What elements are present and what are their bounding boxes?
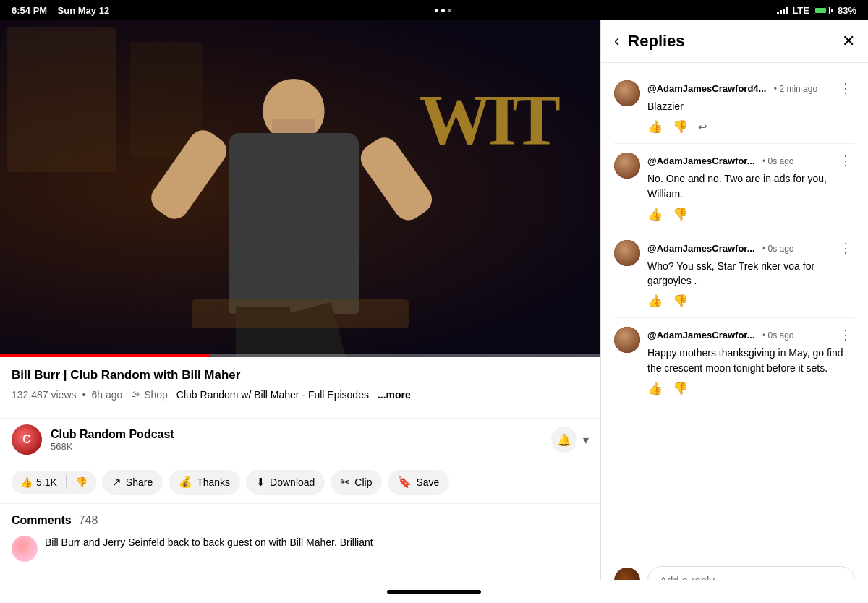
reply-author-1[interactable]: @AdamJamesCrawford4... (647, 83, 766, 94)
status-right: LTE 83% (777, 5, 856, 16)
share-label: Share (126, 476, 153, 488)
channel-playlist[interactable]: Club Random w/ Bill Maher - Full Episode… (176, 389, 369, 401)
clip-label: Clip (354, 476, 372, 488)
battery-icon (814, 7, 833, 14)
reply-actions-1: 👍 👎 ↩ (647, 119, 855, 134)
status-bar: 6:54 PM Sun May 12 LTE 83% (0, 0, 868, 20)
thanks-button[interactable]: 💰 Thanks (169, 470, 240, 495)
reply-author-2[interactable]: @AdamJamesCrawfor... (647, 155, 755, 166)
replies-back-button[interactable]: ‹ (614, 32, 619, 51)
commenter-avatar (12, 536, 38, 562)
reply-actions-3: 👍 👎 (647, 294, 855, 309)
share-button[interactable]: ↗ Share (102, 470, 163, 495)
reply-body-2: @AdamJamesCrawfor... • 0s ago ⋮ No. One … (647, 153, 855, 222)
reply-time-4: • 0s ago (762, 330, 794, 341)
reply-reply-button-1[interactable]: ↩ (698, 121, 707, 134)
clip-button[interactable]: ✂ Clip (331, 470, 382, 495)
more-link[interactable]: ...more (378, 389, 411, 401)
reply-dislike-button-3[interactable]: 👎 (673, 294, 688, 309)
replies-title: Replies (628, 32, 842, 51)
replies-panel: ‹ Replies ✕ @AdamJamesCrawford4... • 2 m… (600, 20, 868, 603)
reply-divider-1 (614, 143, 855, 144)
reply-more-button-4[interactable]: ⋮ (836, 327, 855, 343)
video-progress-fill (0, 354, 210, 357)
download-button[interactable]: ⬇ Download (246, 470, 325, 495)
reply-more-button-1[interactable]: ⋮ (836, 80, 855, 96)
like-button[interactable]: 👍 5.1K (12, 471, 66, 494)
status-center (435, 9, 451, 12)
like-count: 5.1K (36, 476, 57, 488)
reply-like-button-4[interactable]: 👍 (647, 381, 663, 396)
video-player[interactable]: WIT (0, 20, 600, 357)
download-label: Download (270, 476, 315, 488)
reply-avatar-2 (614, 153, 640, 179)
dot-3 (448, 9, 451, 12)
reply-time-2: • 0s ago (762, 156, 794, 166)
status-time: 6:54 PM Sun May 12 (12, 5, 109, 16)
comments-title: Comments (12, 514, 72, 527)
comment-text: Bill Burr and Jerry Seinfeld back to bac… (45, 536, 373, 562)
thanks-icon: 💰 (179, 476, 192, 489)
channel-row: C Club Random Podcast 568K 🔔 ▾ (0, 418, 600, 461)
background-text: WIT (419, 78, 557, 161)
reply-item-2: @AdamJamesCrawfor... • 0s ago ⋮ No. One … (601, 145, 868, 229)
reply-item: @AdamJamesCrawford4... • 2 min ago ⋮ Bla… (601, 73, 868, 142)
reply-more-button-3[interactable]: ⋮ (836, 240, 855, 256)
reply-item-4: @AdamJamesCrawfor... • 0s ago ⋮ Happy mo… (601, 320, 868, 403)
reply-divider-2 (614, 231, 855, 231)
reply-body-3: @AdamJamesCrawfor... • 0s ago ⋮ Who? You… (647, 240, 855, 309)
replies-header: ‹ Replies ✕ (601, 20, 868, 63)
reply-actions-2: 👍 👎 (647, 207, 855, 222)
reply-like-button-1[interactable]: 👍 (647, 119, 663, 134)
battery-percent: 83% (838, 5, 856, 16)
youtube-panel: WIT (0, 20, 600, 603)
shop-label: Shop (144, 389, 168, 401)
reply-text-3: Who? You ssk, Star Trek riker voa for ga… (647, 259, 855, 288)
reply-dislike-button-4[interactable]: 👎 (673, 381, 688, 396)
replies-close-button[interactable]: ✕ (842, 32, 855, 51)
clip-icon: ✂ (341, 476, 350, 489)
reply-author-3[interactable]: @AdamJamesCrawfor... (647, 243, 755, 254)
signal-icon (777, 6, 788, 14)
reply-dislike-button-2[interactable]: 👎 (673, 207, 688, 222)
save-button[interactable]: 🔖 Save (388, 470, 449, 495)
reply-more-button-2[interactable]: ⋮ (836, 153, 855, 168)
comments-section: Comments 748 Bill Burr and Jerry Seinfel… (0, 503, 600, 572)
action-row: 👍 5.1K 👎 ↗ Share 💰 Thanks ⬇ Download (0, 461, 600, 503)
save-icon: 🔖 (398, 476, 412, 489)
video-title: Bill Burr | Club Random with Bill Maher (12, 367, 589, 383)
reply-author-4[interactable]: @AdamJamesCrawfor... (647, 330, 755, 341)
channel-avatar[interactable]: C (12, 424, 42, 455)
reply-dislike-button-1[interactable]: 👎 (673, 119, 688, 134)
comments-header: Comments 748 (12, 514, 589, 527)
reply-actions-4: 👍 👎 (647, 381, 855, 396)
dot-2 (441, 9, 445, 12)
bottom-bar (0, 580, 868, 603)
channel-name[interactable]: Club Random Podcast (51, 428, 174, 441)
reply-meta-3: @AdamJamesCrawfor... • 0s ago ⋮ (647, 240, 855, 256)
reply-like-button-2[interactable]: 👍 (647, 207, 663, 222)
video-info: Bill Burr | Club Random with Bill Maher … (0, 357, 600, 418)
reply-text-4: Happy mothers thanksgiving in May, go fi… (647, 346, 855, 375)
save-label: Save (416, 476, 439, 488)
channel-left: C Club Random Podcast 568K (12, 424, 174, 455)
view-count: 132,487 views (12, 389, 77, 401)
dot-1 (435, 9, 438, 12)
video-background: WIT (0, 20, 600, 357)
notification-bell-button[interactable]: 🔔 (551, 427, 577, 453)
like-dislike-group: 👍 5.1K 👎 (12, 471, 96, 494)
channel-right: 🔔 ▾ (551, 427, 589, 453)
reply-like-button-3[interactable]: 👍 (647, 294, 663, 309)
chevron-down-icon[interactable]: ▾ (583, 433, 589, 447)
reply-avatar-3 (614, 240, 640, 266)
reply-meta-4: @AdamJamesCrawfor... • 0s ago ⋮ (647, 327, 855, 343)
share-icon: ↗ (112, 476, 122, 489)
reply-avatar-4 (614, 327, 640, 353)
lte-label: LTE (792, 5, 809, 16)
main-layout: WIT (0, 20, 868, 603)
shop-icon: 🛍 (131, 389, 141, 401)
video-meta: 132,487 views • 6h ago 🛍 Shop Club Rando… (12, 389, 589, 401)
video-progress-bar[interactable] (0, 354, 600, 357)
reply-text-1: Blazzier (647, 99, 855, 114)
dislike-button[interactable]: 👎 (67, 471, 96, 494)
